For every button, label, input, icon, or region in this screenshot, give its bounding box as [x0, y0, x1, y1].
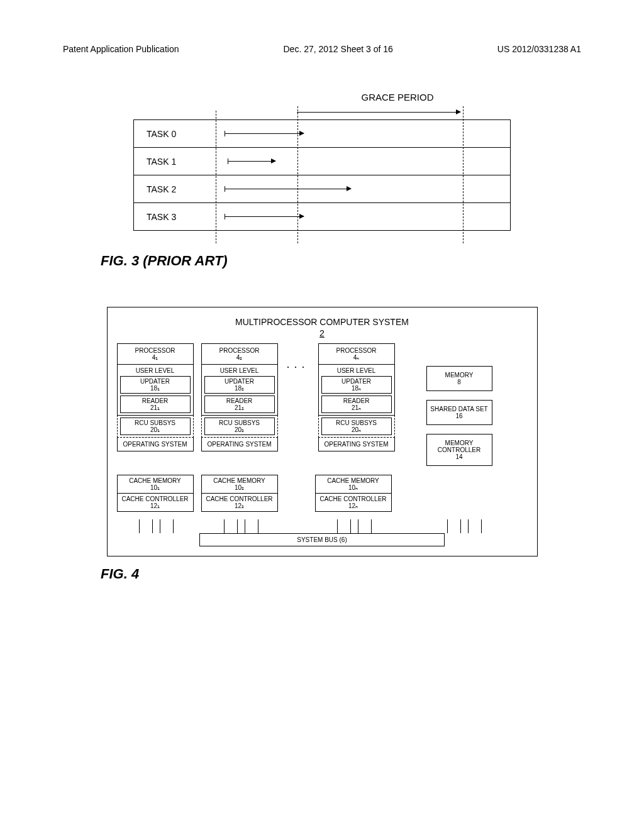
ellipsis-icon: ··· — [287, 360, 309, 374]
task-row-1: TASK 1 — [134, 148, 510, 175]
processor-col-2: PROCESSOR4₂ USER LEVEL UPDATER18₂ READER… — [201, 343, 278, 451]
fig3-caption: FIG. 3 (PRIOR ART) — [101, 253, 606, 269]
grace-period-arrow — [297, 106, 511, 119]
header-center: Dec. 27, 2012 Sheet 3 of 16 — [283, 44, 392, 54]
fig3: GRACE PERIOD TASK 0 TASK 1 TASK 2 TAS — [133, 92, 511, 231]
system-title: MULTIPROCESSOR COMPUTER SYSTEM — [117, 317, 528, 327]
header-left: Patent Application Publication — [63, 44, 179, 54]
multiprocessor-system: MULTIPROCESSOR COMPUTER SYSTEM 2 PROCESS… — [107, 307, 538, 556]
task-label: TASK 3 — [134, 212, 216, 222]
page-header: Patent Application Publication Dec. 27, … — [38, 44, 606, 54]
task-label: TASK 1 — [134, 157, 216, 167]
cache-col-1: CACHE MEMORY10₁ CACHE CONTROLLER12₁ — [117, 475, 194, 512]
processor-col-1: PROCESSOR4₁ USER LEVEL UPDATER18₁ READER… — [117, 343, 194, 451]
memory-col: MEMORY8 SHARED DATA SET16 MEMORY CONTROL… — [426, 366, 492, 466]
task-label: TASK 2 — [134, 184, 216, 194]
task-label: TASK 0 — [134, 129, 216, 139]
fig4: MULTIPROCESSOR COMPUTER SYSTEM 2 PROCESS… — [107, 307, 538, 556]
system-bus: SYSTEM BUS (6) — [199, 533, 445, 546]
fig4-caption: FIG. 4 — [101, 566, 606, 582]
system-bus-region: SYSTEM BUS (6) — [117, 519, 528, 550]
cache-col-n: CACHE MEMORY10ₙ CACHE CONTROLLER12ₙ — [315, 475, 392, 512]
grace-period-label: GRACE PERIOD — [284, 92, 511, 102]
system-num: 2 — [117, 328, 528, 338]
task-row-3: TASK 3 — [134, 203, 510, 231]
task-row-2: TASK 2 — [134, 175, 510, 203]
cache-col-2: CACHE MEMORY10₂ CACHE CONTROLLER12₂ — [201, 475, 278, 512]
task-row-0: TASK 0 — [134, 120, 510, 148]
header-right: US 2012/0331238 A1 — [497, 44, 581, 54]
processor-col-n: PROCESSOR4ₙ USER LEVEL UPDATER18ₙ READER… — [318, 343, 395, 451]
timeline: TASK 0 TASK 1 TASK 2 TASK 3 — [133, 119, 511, 231]
